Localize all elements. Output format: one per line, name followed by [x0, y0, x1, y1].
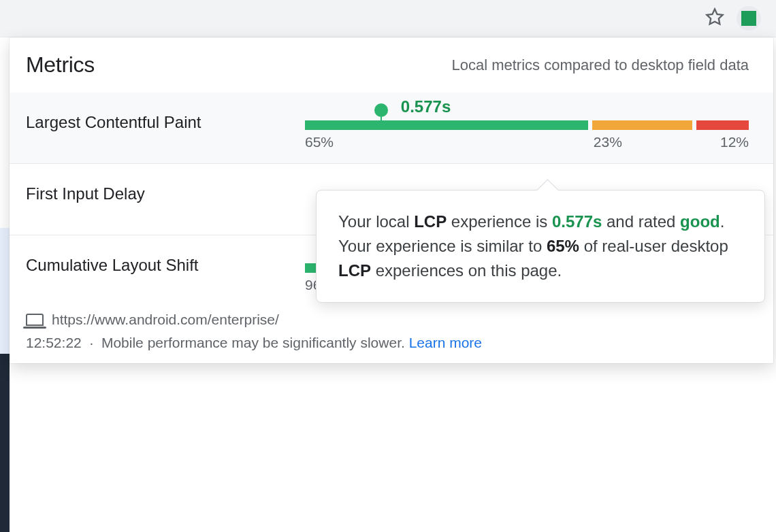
- web-vitals-panel: Metrics Local metrics compared to deskto…: [10, 37, 773, 363]
- metric-label: Cumulative Layout Shift: [26, 256, 305, 275]
- web-vitals-extension-icon: [741, 11, 756, 26]
- metric-label: Largest Contentful Paint: [26, 113, 305, 132]
- capture-time: 12:52:22: [26, 335, 82, 350]
- svg-marker-0: [707, 9, 722, 24]
- metric-distribution-chart: 65%23%12%0.577s: [305, 114, 749, 131]
- panel-title: Metrics: [26, 52, 95, 78]
- panel-subtitle: Local metrics compared to desktop field …: [451, 56, 749, 74]
- lcp-explanation-tooltip: Your local LCP experience is 0.577s and …: [316, 190, 765, 303]
- bookmark-star-icon[interactable]: [705, 7, 724, 29]
- segment-pct-label: 23%: [594, 134, 622, 150]
- learn-more-link[interactable]: Learn more: [409, 335, 482, 350]
- tooltip-percentile: 65%: [547, 237, 579, 255]
- page-url: https://www.android.com/enterprise/: [52, 312, 279, 328]
- segment-poor: [696, 120, 749, 130]
- segment-ni: [592, 120, 692, 130]
- panel-header: Metrics Local metrics compared to deskto…: [10, 37, 773, 93]
- panel-footer: https://www.android.com/enterprise/ 12:5…: [10, 312, 773, 351]
- segment-pct-label: 12%: [720, 134, 749, 150]
- tooltip-abbr-lcp: LCP: [414, 212, 447, 231]
- metric-label: First Input Delay: [26, 184, 305, 203]
- local-value-marker: [381, 106, 382, 130]
- page-background-left: [0, 37, 10, 532]
- page-background-right: [773, 37, 776, 532]
- tooltip-local-value: 0.577s: [552, 212, 602, 231]
- segment-good: [305, 120, 588, 130]
- tooltip-rating: good: [680, 212, 720, 231]
- segment-pct-label: 65%: [305, 134, 334, 150]
- metric-row-largest-contentful-paint[interactable]: Largest Contentful Paint65%23%12%0.577s: [10, 93, 773, 164]
- extension-badge[interactable]: [737, 6, 761, 31]
- browser-toolbar: [0, 0, 776, 37]
- local-value: 0.577s: [401, 97, 451, 116]
- laptop-icon: [26, 314, 44, 326]
- mobile-warning-text: Mobile performance may be significantly …: [101, 335, 405, 350]
